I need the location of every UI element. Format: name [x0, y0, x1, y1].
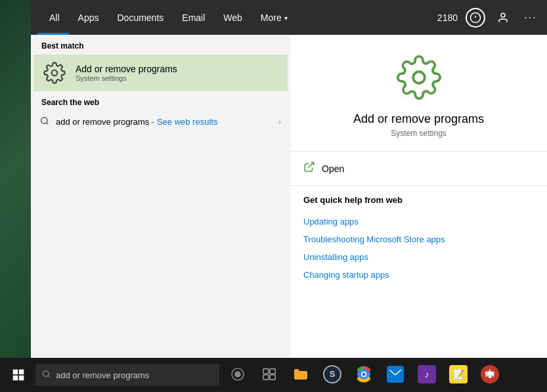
nav-apps[interactable]: Apps [69, 0, 108, 35]
nav-documents[interactable]: Documents [108, 0, 173, 35]
quick-help-item-3[interactable]: Uninstalling apps [303, 248, 534, 266]
detail-gear-icon [396, 54, 442, 103]
nav-email[interactable]: Email [173, 0, 214, 35]
nav-all[interactable]: All [37, 0, 69, 35]
search-nav-bar: All Apps Documents Email Web More ▾ 2180 [31, 0, 547, 35]
open-text: Open [322, 163, 344, 174]
taskbar-explorer[interactable] [286, 358, 315, 392]
taskbar-icons: S [223, 358, 504, 392]
best-match-subtitle: System settings [76, 74, 177, 82]
svg-rect-9 [13, 376, 18, 381]
chevron-down-icon: ▾ [284, 14, 288, 22]
taskbar-steam[interactable]: S [318, 358, 347, 392]
quick-help-item-1[interactable]: Updating apps [303, 213, 534, 230]
best-match-item[interactable]: Add or remove programs System settings [33, 54, 288, 91]
taskbar-mymusic[interactable]: ♪ [412, 358, 441, 392]
svg-point-2 [52, 70, 58, 76]
best-match-text: Add or remove programs System settings [76, 64, 177, 82]
search-icon [40, 116, 49, 127]
taskbar-unknown-app[interactable]: 🕷 [475, 358, 504, 392]
web-search-link-text: - See web results [152, 117, 217, 127]
main-content: Best match Add or remove programs System… [31, 35, 547, 358]
nav-all-label: All [49, 12, 60, 23]
nav-documents-label: Documents [117, 12, 164, 23]
start-button[interactable] [3, 358, 34, 392]
notification-count: 2180 [437, 12, 458, 23]
quick-help-item-2[interactable]: Troubleshooting Microsoft Store apps [303, 230, 534, 248]
nav-right-section: 2180 ··· [437, 8, 540, 28]
svg-rect-8 [19, 370, 24, 375]
taskbar-taskview[interactable] [255, 358, 284, 392]
quick-help-title: Get quick help from web [303, 195, 534, 205]
quick-help-section: Get quick help from web Updating apps Tr… [290, 185, 547, 293]
svg-point-11 [43, 371, 49, 377]
detail-header: Add or remove programs System settings [290, 35, 547, 151]
nav-apps-label: Apps [78, 12, 99, 23]
svg-rect-16 [270, 368, 275, 373]
nav-more[interactable]: More ▾ [252, 0, 297, 35]
gear-icon [43, 61, 66, 85]
svg-line-12 [48, 376, 49, 377]
svg-rect-7 [13, 370, 18, 375]
left-panel: Best match Add or remove programs System… [31, 35, 290, 358]
nav-web-label: Web [223, 12, 242, 23]
taskbar-search-box[interactable]: add or remove programs [35, 364, 219, 386]
detail-title: Add or remove programs [353, 112, 484, 126]
user-icon[interactable] [493, 8, 513, 28]
open-icon [303, 161, 315, 176]
taskbar-search-icon [42, 370, 51, 380]
web-search-item[interactable]: add or remove programs - See web results… [31, 111, 290, 133]
nav-more-label: More [261, 12, 282, 23]
svg-point-5 [413, 72, 425, 83]
web-search-text: add or remove programs - See web results [56, 117, 272, 127]
taskbar: add or remove programs [0, 358, 547, 392]
right-panel: Add or remove programs System settings O… [290, 35, 547, 358]
arrow-right-icon: › [278, 118, 281, 127]
start-menu: All Apps Documents Email Web More ▾ 2180 [31, 0, 547, 358]
taskbar-search-text: add or remove programs [56, 370, 213, 380]
best-match-title: Add or remove programs [76, 64, 177, 74]
svg-point-3 [41, 118, 47, 123]
nav-email-label: Email [182, 12, 205, 23]
svg-rect-18 [270, 374, 275, 379]
taskbar-mail[interactable] [381, 358, 410, 392]
taskbar-stickynotes[interactable]: 📝 [444, 358, 473, 392]
svg-rect-15 [263, 368, 269, 373]
quick-help-item-4[interactable]: Changing startup apps [303, 266, 534, 284]
svg-point-14 [235, 372, 240, 377]
svg-line-6 [309, 162, 314, 167]
more-options-icon[interactable]: ··· [521, 8, 540, 28]
open-button[interactable]: Open [290, 151, 547, 185]
svg-point-1 [501, 13, 505, 17]
svg-point-22 [362, 372, 366, 376]
svg-rect-10 [19, 376, 24, 381]
taskbar-cortana[interactable] [223, 358, 252, 392]
badge-icon[interactable] [466, 8, 485, 28]
detail-subtitle: System settings [391, 129, 447, 138]
taskbar-chrome[interactable] [349, 358, 378, 392]
best-match-label: Best match [31, 35, 290, 54]
svg-line-4 [47, 123, 49, 125]
search-the-web-label: Search the web [31, 91, 290, 111]
nav-web[interactable]: Web [214, 0, 252, 35]
svg-rect-17 [263, 374, 269, 379]
web-search-query: add or remove programs [56, 117, 149, 127]
